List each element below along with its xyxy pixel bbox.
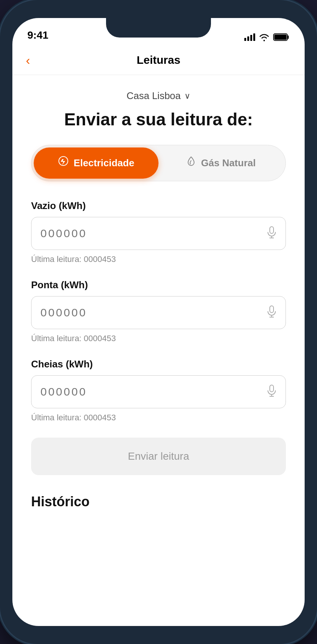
tab-electricidade-label: Electricidade — [74, 157, 135, 169]
label-cheias: Cheias (kWh) — [31, 358, 286, 370]
label-ponta: Ponta (kWh) — [31, 279, 286, 291]
svg-rect-6 — [270, 306, 274, 313]
tab-gas[interactable]: Gás Natural — [158, 147, 283, 179]
svg-rect-9 — [270, 385, 274, 392]
gas-icon — [186, 156, 196, 170]
last-reading-ponta: Última leitura: 0000453 — [31, 334, 286, 343]
input-wrapper-cheias — [31, 375, 286, 408]
location-selector[interactable]: Casa Lisboa ∨ — [31, 90, 286, 102]
battery-icon — [273, 33, 290, 41]
label-vazio: Vazio (kWh) — [31, 200, 286, 212]
last-reading-cheias: Última leitura: 0000453 — [31, 413, 286, 423]
svg-rect-1 — [274, 35, 287, 40]
submit-button[interactable]: Enviar leitura — [31, 438, 286, 475]
electricity-icon — [58, 156, 69, 170]
chevron-down-icon: ∨ — [184, 91, 190, 101]
main-content: Casa Lisboa ∨ Enviar a sua leitura de: E… — [12, 75, 305, 626]
input-wrapper-vazio — [31, 217, 286, 250]
toggle-tabs: Electricidade Gás Natural — [31, 145, 286, 181]
input-ponta[interactable] — [40, 306, 267, 319]
form-group-cheias: Cheias (kWh) Última leitura: 0000453 — [31, 358, 286, 423]
status-time: 9:41 — [27, 29, 48, 41]
main-title: Enviar a sua leitura de: — [31, 109, 286, 130]
input-vazio[interactable] — [40, 227, 267, 240]
back-button[interactable]: ‹ — [26, 54, 30, 66]
last-reading-vazio: Última leitura: 0000453 — [31, 254, 286, 264]
form-group-vazio: Vazio (kWh) Última leitura: 0000453 — [31, 200, 286, 264]
tab-gas-label: Gás Natural — [201, 157, 256, 169]
wifi-icon — [259, 33, 269, 41]
app-header: ‹ Leituras — [12, 45, 305, 75]
input-cheias[interactable] — [40, 385, 267, 398]
phone-shell: 9:41 — [0, 0, 317, 644]
mic-icon-cheias[interactable] — [267, 385, 277, 399]
status-icons — [244, 33, 290, 41]
mic-icon-vazio[interactable] — [267, 226, 277, 241]
phone-screen: 9:41 — [12, 18, 305, 626]
input-wrapper-ponta — [31, 296, 286, 329]
location-name: Casa Lisboa — [127, 90, 181, 102]
tab-electricidade[interactable]: Electricidade — [34, 147, 158, 179]
notch — [106, 18, 211, 38]
form-group-ponta: Ponta (kWh) Última leitura: 0000453 — [31, 279, 286, 343]
header-title: Leituras — [137, 54, 181, 66]
mic-icon-ponta[interactable] — [267, 305, 277, 320]
historico-title: Histórico — [31, 494, 286, 510]
svg-rect-3 — [270, 227, 274, 233]
signal-icon — [244, 33, 255, 41]
